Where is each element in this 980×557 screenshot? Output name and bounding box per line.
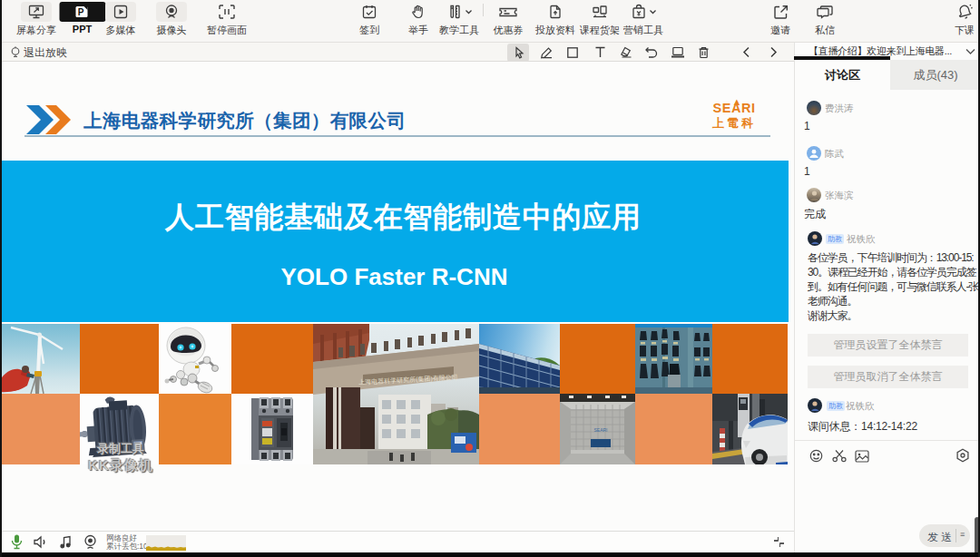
svg-text:P: P: [78, 7, 84, 17]
svg-text:SEARI: SEARI: [593, 427, 607, 433]
